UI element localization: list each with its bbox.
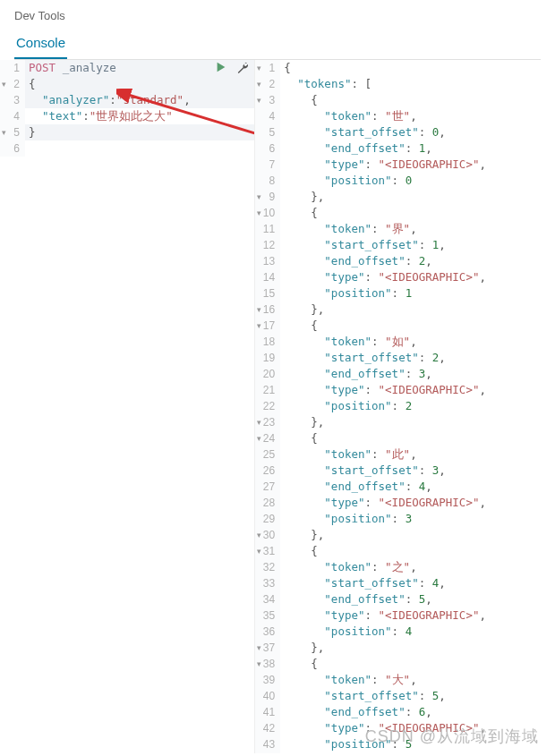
tabs: Console	[14, 30, 541, 60]
tab-console[interactable]: Console	[14, 30, 67, 59]
wrench-icon[interactable]	[236, 61, 249, 76]
watermark: CSDN @从流域到海域	[365, 726, 539, 747]
request-editor[interactable]: 123456 POST _analyze{ "analyzer":"standa…	[0, 60, 255, 753]
page-title: Dev Tools	[14, 9, 541, 22]
response-viewer[interactable]: ••• 123456789101112131415161718192021222…	[255, 60, 555, 753]
play-icon[interactable]	[215, 61, 227, 76]
